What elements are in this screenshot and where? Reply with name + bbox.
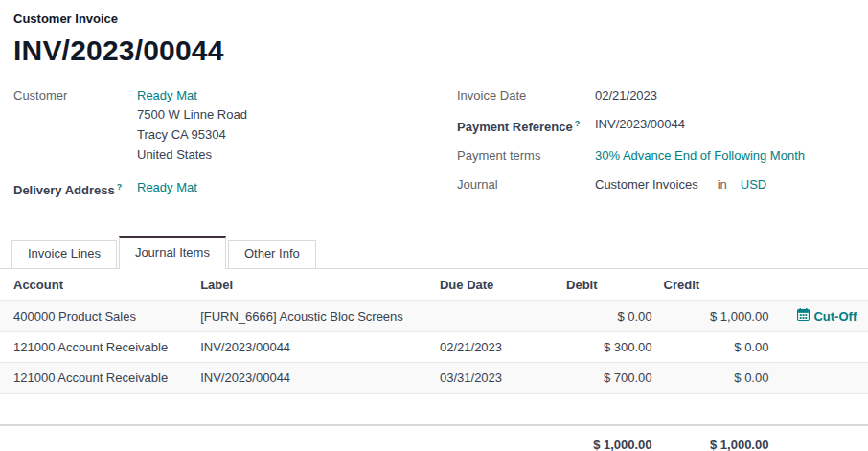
field-payment-reference: Payment Reference? INV/2023/00044: [457, 115, 855, 136]
table-row[interactable]: 121000 Account Receivable INV/2023/00044…: [0, 363, 868, 394]
cell-due-date[interactable]: [434, 301, 560, 332]
cell-due-date[interactable]: 03/31/2023: [434, 363, 560, 394]
customer-address-street: 7500 W Linne Road: [137, 104, 247, 124]
field-delivery-address: Delivery Address? Ready Mat: [13, 178, 457, 199]
column-header-debit[interactable]: Debit: [560, 269, 658, 301]
help-icon: ?: [117, 182, 123, 192]
cell-debit[interactable]: $ 700.00: [560, 363, 658, 394]
cut-off-button-label: Cut-Off: [813, 309, 857, 324]
field-invoice-date: Invoice Date 02/21/2023: [457, 86, 855, 104]
tab-other-info[interactable]: Other Info: [228, 240, 316, 268]
table-row[interactable]: 121000 Account Receivable INV/2023/00044…: [0, 332, 868, 363]
cut-off-button[interactable]: Cut-Off: [780, 308, 857, 324]
invoice-number-title: INV/2023/00044: [13, 34, 855, 67]
field-payment-terms: Payment terms 30% Advance End of Followi…: [457, 147, 855, 165]
column-header-due-date[interactable]: Due Date: [434, 269, 560, 301]
cell-label[interactable]: [FURN_6666] Acoustic Bloc Screens: [194, 301, 434, 332]
help-icon: ?: [575, 119, 581, 128]
customer-address-city: Tracy CA 95304: [137, 124, 247, 145]
journal-items-table: Account Label Due Date Debit Credit 4000…: [0, 269, 868, 451]
field-journal: Journal Customer Invoices in USD: [457, 175, 855, 193]
column-header-account[interactable]: Account: [0, 269, 194, 301]
notebook-tabs: Invoice Lines Journal Items Other Info: [0, 234, 868, 269]
journal-label: Journal: [457, 175, 595, 193]
journal-value[interactable]: Customer Invoices: [595, 175, 698, 193]
cell-credit[interactable]: $ 0.00: [658, 332, 775, 363]
cell-label[interactable]: INV/2023/00044: [194, 332, 434, 363]
tab-invoice-lines[interactable]: Invoice Lines: [11, 240, 117, 268]
cell-due-date[interactable]: 02/21/2023: [434, 332, 560, 363]
cell-credit[interactable]: $ 1,000.00: [658, 301, 775, 332]
invoice-date-label: Invoice Date: [457, 86, 595, 104]
payment-terms-link[interactable]: 30% Advance End of Following Month: [595, 147, 805, 165]
column-header-label[interactable]: Label: [194, 269, 434, 301]
customer-link[interactable]: Ready Mat: [137, 88, 197, 102]
calendar-icon: [797, 308, 810, 324]
table-row-empty[interactable]: [0, 394, 868, 425]
column-header-credit[interactable]: Credit: [658, 269, 775, 301]
table-row[interactable]: 400000 Product Sales [FURN_6666] Acousti…: [0, 301, 868, 332]
invoice-form: Customer Invoice INV/2023/00044 Customer…: [0, 0, 868, 451]
field-group: Customer Ready Mat 7500 W Linne Road Tra…: [13, 86, 855, 210]
invoice-date-value[interactable]: 02/21/2023: [595, 86, 657, 104]
journal-in-label: in: [718, 175, 727, 193]
tab-journal-items[interactable]: Journal Items: [119, 236, 226, 269]
delivery-address-label: Delivery Address?: [13, 178, 137, 199]
total-credit: $ 1,000.00: [658, 425, 775, 451]
total-debit: $ 1,000.00: [560, 425, 658, 451]
record-type-label: Customer Invoice: [13, 11, 855, 26]
cell-account[interactable]: 400000 Product Sales: [0, 301, 194, 332]
payment-reference-label: Payment Reference?: [457, 115, 595, 136]
table-totals-row: $ 1,000.00 $ 1,000.00: [0, 425, 868, 451]
cell-debit[interactable]: $ 300.00: [560, 332, 658, 363]
cell-label[interactable]: INV/2023/00044: [194, 363, 434, 394]
payment-reference-value[interactable]: INV/2023/00044: [595, 115, 685, 136]
delivery-address-link[interactable]: Ready Mat: [137, 178, 197, 199]
cell-debit[interactable]: $ 0.00: [560, 301, 658, 332]
table-header-row: Account Label Due Date Debit Credit: [0, 269, 868, 301]
cell-account[interactable]: 121000 Account Receivable: [0, 363, 194, 394]
field-customer: Customer Ready Mat 7500 W Linne Road Tra…: [13, 86, 457, 165]
cell-credit[interactable]: $ 0.00: [658, 363, 775, 394]
customer-label: Customer: [13, 86, 137, 165]
cell-account[interactable]: 121000 Account Receivable: [0, 332, 194, 363]
column-header-action: [774, 269, 868, 301]
journal-currency-link[interactable]: USD: [741, 175, 766, 193]
customer-address-country: United States: [137, 145, 247, 165]
payment-terms-label: Payment terms: [457, 147, 595, 165]
